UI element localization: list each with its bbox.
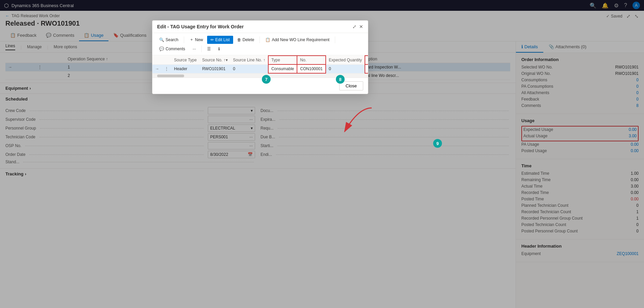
row-no: CON100001 <box>297 64 326 73</box>
add-wo-button[interactable]: 📋 Add New WO Line Requirement <box>262 36 333 44</box>
modal-title: Edit - TAG Usage Entry for Work Order <box>157 24 244 29</box>
modal-close-icon[interactable]: ✕ <box>359 24 363 29</box>
edit-list-button[interactable]: ✏ Edit List <box>207 36 233 44</box>
th-menu <box>162 56 171 64</box>
trash-icon: 🗑 <box>237 37 241 42</box>
modal-header-icons: ⤢ ✕ <box>352 24 363 29</box>
modal-footer: Close <box>152 78 368 94</box>
row-expected-qty: 0 <box>326 64 365 73</box>
row-menu[interactable]: ⋮ <box>162 64 171 73</box>
th-type: Type <box>268 56 297 64</box>
modal-toolbar: 🔍 Search ＋ New ✏ Edit List 🗑 Delete 📋 Ad… <box>152 33 368 55</box>
search-icon: 🔍 <box>159 37 164 42</box>
comments-icon: 💬 <box>159 47 164 51</box>
modal-table: Source Type Source No. ↑▾ Source Line No… <box>152 55 368 74</box>
scrollbar-thumb[interactable] <box>157 75 184 77</box>
edit-icon: ✏ <box>210 37 214 42</box>
row-source-type: Header <box>171 64 199 73</box>
th-arrow <box>152 56 162 64</box>
th-source-line-no: Source Line No. ↑ <box>230 56 268 64</box>
comments-button[interactable]: 💬 Comments <box>156 45 189 53</box>
delete-button[interactable]: 🗑 Delete <box>234 36 258 44</box>
list-view-icon[interactable]: ☰ <box>204 45 214 53</box>
modal-table-row[interactable]: → ⋮ Header RWO101901 0 Consumable CON100… <box>152 64 368 73</box>
info-icon[interactable]: ℹ <box>215 45 223 53</box>
more-icon: ··· <box>193 47 196 51</box>
row-source-no: RWO101901 <box>199 64 230 73</box>
th-actual-qty: Actual Quantity <box>365 56 368 64</box>
plus-icon: ＋ <box>190 37 194 43</box>
new-button[interactable]: ＋ New <box>186 35 206 44</box>
th-no: No. <box>297 56 326 64</box>
add-icon: 📋 <box>265 37 270 42</box>
modal-expand-icon[interactable]: ⤢ <box>352 24 356 29</box>
th-source-no: Source No. ↑▾ <box>199 56 230 64</box>
more-button[interactable]: ··· <box>189 45 199 53</box>
modal-table-wrap: Source Type Source No. ↑▾ Source Line No… <box>152 55 368 74</box>
search-button[interactable]: 🔍 Search <box>156 36 182 44</box>
row-actual-qty: 3 <box>365 64 368 73</box>
row-type: Consumable <box>268 64 297 73</box>
modal-scrollbar[interactable] <box>152 74 368 78</box>
th-source-type: Source Type <box>171 56 199 64</box>
close-button[interactable]: Close <box>339 81 363 90</box>
row-source-line-no: 0 <box>230 64 268 73</box>
row-arrow: → <box>152 64 162 73</box>
modal-dialog: Edit - TAG Usage Entry for Work Order ⤢ … <box>152 20 368 94</box>
modal-header: Edit - TAG Usage Entry for Work Order ⤢ … <box>152 21 368 33</box>
th-expected-qty: Expected Quantity <box>326 56 365 64</box>
